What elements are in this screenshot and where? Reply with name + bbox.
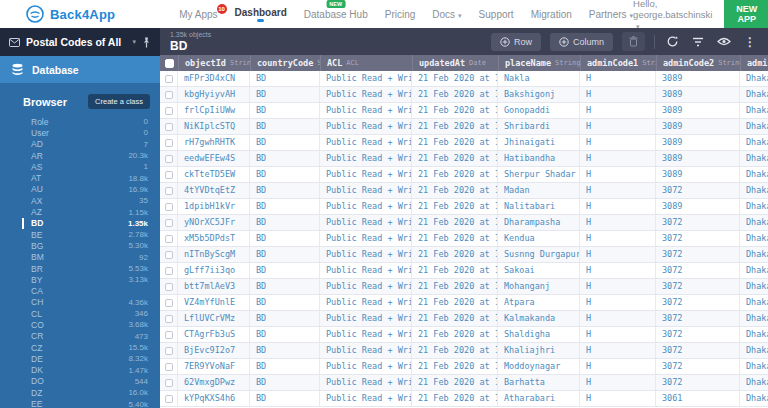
cell-countrycode[interactable]: BD: [250, 103, 320, 118]
cell-updatedat[interactable]: 21 Feb 2020 at 13:…: [412, 71, 498, 86]
sidebar-item-br[interactable]: BR 5.53k: [22, 263, 160, 274]
cell-countrycode[interactable]: BD: [250, 327, 320, 342]
cell-objectid[interactable]: xM5b5DPdsT: [178, 231, 250, 246]
nav-item-migration[interactable]: Migration: [531, 9, 572, 20]
cell-updatedat[interactable]: 21 Feb 2020 at 13:…: [412, 359, 498, 374]
cell-acl[interactable]: Public Read + Write: [320, 391, 412, 406]
cell-updatedat[interactable]: 21 Feb 2020 at 13:…: [412, 167, 498, 182]
cell-countrycode[interactable]: BD: [250, 247, 320, 262]
cell-adminname1[interactable]: Dhaka: [740, 295, 768, 310]
cell-admincode2[interactable]: 3089: [656, 167, 740, 182]
cell-admincode1[interactable]: H: [580, 247, 656, 262]
cell-acl[interactable]: Public Read + Write: [320, 359, 412, 374]
cell-placename[interactable]: Madan: [498, 183, 580, 198]
cell-countrycode[interactable]: BD: [250, 375, 320, 390]
cell-adminname1[interactable]: Dhaka: [740, 359, 768, 374]
cell-adminname1[interactable]: Dhaka: [740, 87, 768, 102]
sidebar-item-as[interactable]: AS 1: [22, 161, 160, 172]
cell-placename[interactable]: Jhinaigati: [498, 135, 580, 150]
cell-countrycode[interactable]: BD: [250, 263, 320, 278]
cell-acl[interactable]: Public Read + Write: [320, 311, 412, 326]
cell-updatedat[interactable]: 21 Feb 2020 at 13:…: [412, 279, 498, 294]
cell-adminname1[interactable]: Dhaka: [740, 375, 768, 390]
add-row-button[interactable]: Row: [491, 33, 541, 51]
sidebar-item-cr[interactable]: CR 473: [22, 331, 160, 342]
row-checkbox[interactable]: [165, 203, 173, 211]
cell-objectid[interactable]: BjEvc9I2o7: [178, 343, 250, 358]
cell-countrycode[interactable]: BD: [250, 343, 320, 358]
cell-adminname1[interactable]: Dhaka: [740, 311, 768, 326]
cell-countrycode[interactable]: BD: [250, 359, 320, 374]
row-checkbox[interactable]: [165, 235, 173, 243]
cell-adminname1[interactable]: Dhaka: [740, 231, 768, 246]
cell-countrycode[interactable]: BD: [250, 391, 320, 406]
cell-acl[interactable]: Public Read + Write: [320, 343, 412, 358]
column-header-placename[interactable]: placeName String: [498, 55, 580, 71]
cell-placename[interactable]: Kalmakanda: [498, 311, 580, 326]
cell-acl[interactable]: Public Read + Write: [320, 87, 412, 102]
cell-objectid[interactable]: ckTteTD5EW: [178, 167, 250, 182]
column-header-acl[interactable]: ACL ACL: [320, 55, 412, 71]
cell-admincode2[interactable]: 3072: [656, 295, 740, 310]
cell-admincode1[interactable]: H: [580, 359, 656, 374]
cell-admincode1[interactable]: H: [580, 87, 656, 102]
row-checkbox[interactable]: [165, 395, 173, 403]
cell-updatedat[interactable]: 21 Feb 2020 at 13:…: [412, 103, 498, 118]
sidebar-item-co[interactable]: CO 3.68k: [22, 319, 160, 330]
cell-objectid[interactable]: VZ4mYfUnlE: [178, 295, 250, 310]
cell-objectid[interactable]: btt7mlAeV3: [178, 279, 250, 294]
sidebar-item-az[interactable]: AZ 1.15k: [22, 206, 160, 217]
row-checkbox[interactable]: [165, 347, 173, 355]
cell-acl[interactable]: Public Read + Write: [320, 231, 412, 246]
cell-countrycode[interactable]: BD: [250, 215, 320, 230]
cell-adminname1[interactable]: Dhaka: [740, 279, 768, 294]
nav-item-database-hub[interactable]: Database HubNEW: [304, 9, 368, 20]
back4app-logo[interactable]: Back4App: [26, 5, 115, 23]
cell-countrycode[interactable]: BD: [250, 135, 320, 150]
cell-admincode1[interactable]: H: [580, 263, 656, 278]
cell-adminname1[interactable]: Dhaka: [740, 135, 768, 150]
cell-updatedat[interactable]: 21 Feb 2020 at 13:…: [412, 151, 498, 166]
cell-placename[interactable]: Shaldigha: [498, 327, 580, 342]
cell-admincode1[interactable]: H: [580, 215, 656, 230]
row-checkbox[interactable]: [165, 187, 173, 195]
column-header-admincode2[interactable]: adminCode2 String: [656, 55, 740, 71]
cell-admincode2[interactable]: 3089: [656, 71, 740, 86]
sidebar-item-do[interactable]: DO 544: [22, 376, 160, 387]
cell-countrycode[interactable]: BD: [250, 199, 320, 214]
cell-adminname1[interactable]: Dhaka: [740, 199, 768, 214]
cell-admincode2[interactable]: 3061: [656, 391, 740, 406]
chevron-down-icon[interactable]: ▾: [132, 38, 136, 46]
cell-placename[interactable]: Shribardi: [498, 119, 580, 134]
cell-acl[interactable]: Public Read + Write: [320, 295, 412, 310]
column-header-admincode1[interactable]: adminCode1 String: [580, 55, 656, 71]
cell-admincode1[interactable]: H: [580, 151, 656, 166]
cell-countrycode[interactable]: BD: [250, 295, 320, 310]
cell-admincode1[interactable]: H: [580, 119, 656, 134]
sidebar-item-bd[interactable]: BD 1.35k: [22, 218, 160, 229]
sidebar-item-ar[interactable]: AR 20.3k: [22, 150, 160, 161]
cell-objectid[interactable]: 4tYVDtqEtZ: [178, 183, 250, 198]
sidebar-item-ad[interactable]: AD 7: [22, 139, 160, 150]
sidebar-item-de[interactable]: DE 8.32k: [22, 353, 160, 364]
cell-placename[interactable]: Hatibandha: [498, 151, 580, 166]
cell-admincode2[interactable]: 3089: [656, 103, 740, 118]
cell-countrycode[interactable]: BD: [250, 87, 320, 102]
sidebar-item-be[interactable]: BE 2.78k: [22, 229, 160, 240]
cell-admincode2[interactable]: 3072: [656, 279, 740, 294]
cell-placename[interactable]: Bakshigonj: [498, 87, 580, 102]
cell-admincode1[interactable]: H: [580, 343, 656, 358]
row-checkbox[interactable]: [165, 171, 173, 179]
column-header-countrycode[interactable]: countryCode String: [250, 55, 320, 71]
cell-placename[interactable]: Atharabari: [498, 391, 580, 406]
cell-admincode2[interactable]: 3089: [656, 119, 740, 134]
cell-objectid[interactable]: LflUVCrVMz: [178, 311, 250, 326]
column-header-updatedat[interactable]: updatedAt Date: [412, 55, 498, 71]
cell-admincode1[interactable]: H: [580, 311, 656, 326]
cell-objectid[interactable]: 62VmxgDPwz: [178, 375, 250, 390]
cell-placename[interactable]: Moddoynagar: [498, 359, 580, 374]
cell-acl[interactable]: Public Read + Write: [320, 183, 412, 198]
add-column-button[interactable]: Column: [550, 33, 613, 51]
cell-updatedat[interactable]: 21 Feb 2020 at 13:…: [412, 199, 498, 214]
filter-button[interactable]: [690, 35, 706, 49]
